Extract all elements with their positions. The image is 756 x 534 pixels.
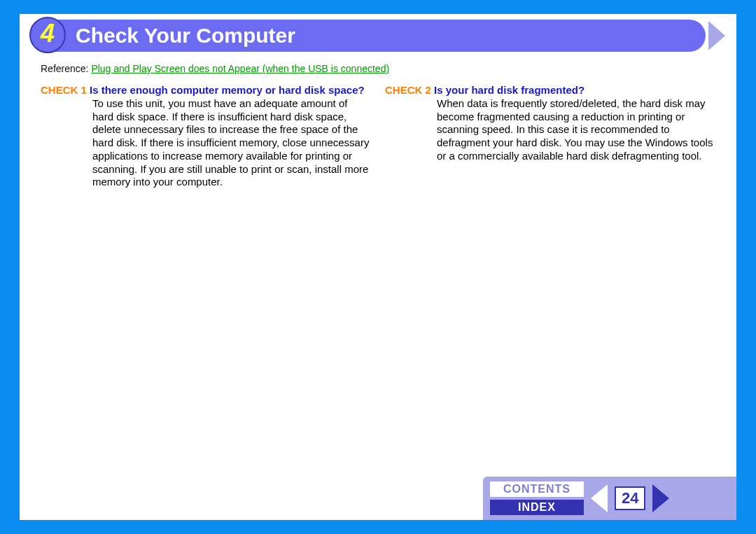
check-1-body: To use this unit, you must have an adequ… [92, 97, 371, 189]
footer-buttons: CONTENTS INDEX [490, 482, 584, 515]
check-1-label: CHECK 1 [41, 84, 87, 96]
prev-page-icon[interactable] [591, 484, 608, 512]
reference-label: Reference: [41, 63, 88, 74]
section-number-badge: 4 [29, 17, 66, 53]
section-title: Check Your Computer [76, 18, 295, 53]
page-number: 24 [615, 486, 645, 510]
check-column-1: CHECK 1 Is there enough computer memory … [41, 84, 371, 189]
check-2-label: CHECK 2 [385, 84, 431, 96]
document-page: 4 Check Your Computer Reference: Plug an… [20, 14, 736, 520]
check-2-question: Is your hard disk fragmented? [434, 84, 584, 96]
reference-line: Reference: Plug and Play Screen does not… [41, 63, 715, 74]
section-header: 4 Check Your Computer [25, 18, 731, 53]
contents-button[interactable]: CONTENTS [490, 482, 584, 497]
index-button[interactable]: INDEX [490, 500, 584, 515]
check-column-2: CHECK 2 Is your hard disk fragmented? Wh… [385, 84, 715, 163]
reference-link[interactable]: Plug and Play Screen does not Appear (wh… [91, 63, 389, 74]
header-arrow-icon [708, 21, 725, 50]
content-area: CHECK 1 Is there enough computer memory … [20, 80, 736, 477]
footer-nav: CONTENTS INDEX 24 [483, 477, 736, 520]
section-number: 4 [41, 21, 55, 49]
check-2-body: When data is frequently stored/deleted, … [437, 97, 715, 163]
next-page-icon[interactable] [652, 484, 669, 512]
check-1-question: Is there enough computer memory or hard … [90, 84, 365, 96]
